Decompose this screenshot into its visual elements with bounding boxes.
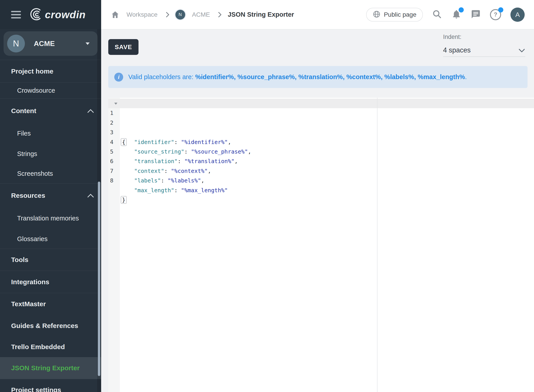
public-page-button[interactable]: Public page — [366, 8, 423, 22]
sidebar-header: crowdin — [0, 0, 101, 29]
sidebar-nav: Project home Crowdsource Content Files S… — [0, 60, 101, 392]
sidebar-item-guides-references[interactable]: Guides & References — [0, 315, 101, 336]
sidebar-item-trello-embedded[interactable]: Trello Embedded — [0, 336, 101, 357]
help-badge — [498, 7, 503, 12]
notification-badge — [459, 7, 464, 12]
search-icon — [432, 9, 442, 20]
breadcrumb: Workspace N ACME JSON String Exporter — [101, 10, 294, 19]
sidebar-item-project-home[interactable]: Project home — [0, 60, 101, 82]
sidebar-item-glossaries[interactable]: Glossaries — [0, 229, 101, 249]
page-title: JSON String Exporter — [228, 11, 294, 18]
messages-button[interactable] — [471, 9, 481, 20]
topbar: Workspace N ACME JSON String Exporter — [101, 0, 534, 30]
public-page-label: Public page — [384, 11, 416, 18]
indent-setting: Indent: 4 spaces — [443, 33, 525, 57]
sidebar-item-project-settings[interactable]: Project settings — [0, 379, 101, 392]
chevron-up-icon — [87, 109, 94, 116]
sidebar-item-screenshots[interactable]: Screenshots — [0, 164, 101, 183]
code-line[interactable]: 3 "source_string": "%source_phrase%", — [108, 118, 534, 128]
crowdin-logo[interactable]: crowdin — [29, 7, 86, 22]
chevron-right-icon — [216, 12, 222, 17]
chevron-up-icon — [87, 194, 94, 201]
user-avatar[interactable]: A — [511, 8, 525, 22]
fold-arrow-icon[interactable] — [114, 103, 117, 105]
search-button[interactable] — [432, 9, 442, 20]
sidebar-scrollbar-thumb[interactable] — [98, 182, 100, 376]
help-button[interactable]: ? — [490, 9, 501, 20]
crowdin-logo-icon — [29, 7, 43, 22]
org-switcher[interactable]: N ACME — [4, 31, 98, 56]
code-line[interactable]: 8 } — [108, 166, 534, 176]
app-root: crowdin N ACME Project home Crowdsource … — [0, 0, 534, 392]
sidebar-item-files[interactable]: Files — [0, 123, 101, 144]
info-banner-text: Valid placeholders are: %identifier%, %s… — [128, 73, 467, 81]
code-line[interactable]: 4 "translation": "%translation%", — [108, 128, 534, 137]
info-banner: i Valid placeholders are: %identifier%, … — [108, 66, 528, 88]
chevron-right-icon — [164, 12, 169, 17]
save-button[interactable]: SAVE — [108, 39, 139, 55]
home-icon[interactable] — [111, 10, 120, 19]
code-line[interactable]: 2 "identifier": "%identifier%", — [108, 108, 534, 118]
chat-icon — [471, 9, 481, 20]
hamburger-menu-icon[interactable] — [11, 11, 21, 19]
org-name: ACME — [34, 40, 86, 48]
sidebar: crowdin N ACME Project home Crowdsource … — [0, 0, 101, 392]
crowdin-wordmark: crowdin — [45, 9, 86, 21]
code-editor[interactable]: 1 { 2 "identifier": "%identifier%", 3 "s… — [108, 98, 534, 392]
sidebar-item-textmaster[interactable]: TextMaster — [0, 293, 101, 315]
code-lines: 1 { 2 "identifier": "%identifier%", 3 "s… — [108, 99, 534, 176]
info-icon: i — [114, 73, 123, 82]
org-avatar: N — [7, 35, 25, 52]
indent-select[interactable]: 4 spaces — [443, 44, 525, 57]
sidebar-item-translation-memories[interactable]: Translation memories — [0, 208, 101, 229]
editor-ruler — [377, 98, 378, 392]
line-number: 8 — [108, 176, 113, 185]
globe-icon — [373, 10, 381, 19]
breadcrumb-org[interactable]: ACME — [192, 11, 210, 18]
sidebar-item-resources[interactable]: Resources — [0, 184, 101, 208]
sidebar-item-strings[interactable]: Strings — [0, 144, 101, 164]
chevron-down-icon — [519, 46, 525, 52]
sidebar-item-content[interactable]: Content — [0, 99, 101, 123]
topbar-actions: Public page — [366, 8, 534, 22]
notifications-button[interactable] — [451, 9, 462, 20]
code-line[interactable]: 7 "max_length": "%max_length%" — [108, 156, 534, 166]
caret-down-icon — [86, 42, 89, 45]
code-line[interactable]: 1 { — [108, 99, 534, 108]
sidebar-item-json-string-exporter[interactable]: JSON String Exporter — [0, 357, 101, 379]
indent-label: Indent: — [443, 33, 525, 40]
sidebar-item-crowdsource[interactable]: Crowdsource — [0, 83, 101, 98]
breadcrumb-org-badge[interactable]: N — [175, 10, 185, 19]
breadcrumb-workspace[interactable]: Workspace — [126, 11, 158, 18]
code-line[interactable]: 6 "labels": "%labels%", — [108, 147, 534, 156]
sidebar-item-tools[interactable]: Tools — [0, 249, 101, 271]
code-line[interactable]: 5 "context": "%context%", — [108, 137, 534, 147]
indent-value: 4 spaces — [443, 46, 471, 54]
close-brace: } — [121, 196, 127, 204]
sidebar-item-integrations[interactable]: Integrations — [0, 271, 101, 293]
